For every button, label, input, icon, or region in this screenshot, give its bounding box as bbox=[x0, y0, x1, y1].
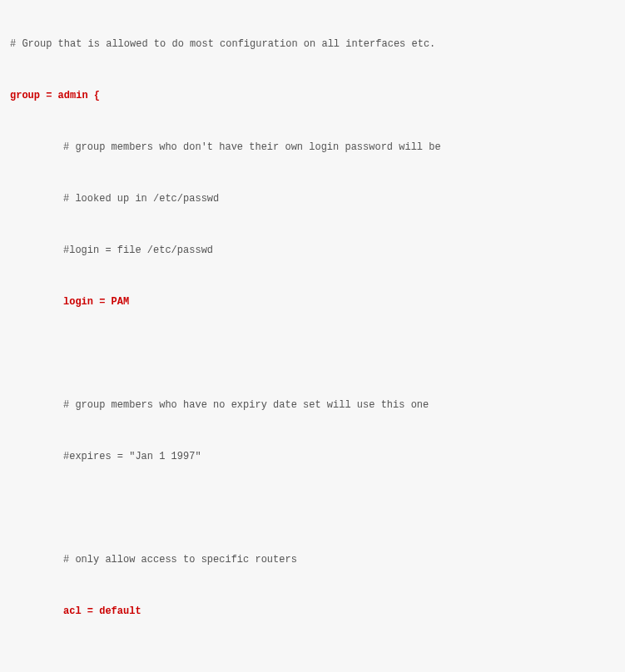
code-line: # group members who don't have their own… bbox=[10, 140, 615, 155]
code-line: login = PAM bbox=[10, 294, 615, 309]
code-line: # looked up in /etc/passwd bbox=[10, 191, 615, 206]
code-line: group = admin { bbox=[10, 88, 615, 103]
highlight-text: group = admin { bbox=[10, 90, 100, 101]
config-code-block: # Group that is allowed to do most confi… bbox=[0, 0, 625, 672]
code-line: #login = file /etc/passwd bbox=[10, 243, 615, 258]
code-line-blank bbox=[10, 655, 615, 670]
code-line-blank bbox=[10, 346, 615, 361]
code-line-blank bbox=[10, 501, 615, 516]
code-line: #expires = "Jan 1 1997" bbox=[10, 449, 615, 464]
code-line: # only allow access to specific routers bbox=[10, 552, 615, 567]
highlight-text: login = PAM bbox=[63, 296, 129, 308]
code-line: acl = default bbox=[10, 604, 615, 619]
code-line: # Group that is allowed to do most confi… bbox=[10, 37, 615, 52]
highlight-text: acl = default bbox=[63, 605, 141, 617]
code-line: # group members who have no expiry date … bbox=[10, 398, 615, 413]
